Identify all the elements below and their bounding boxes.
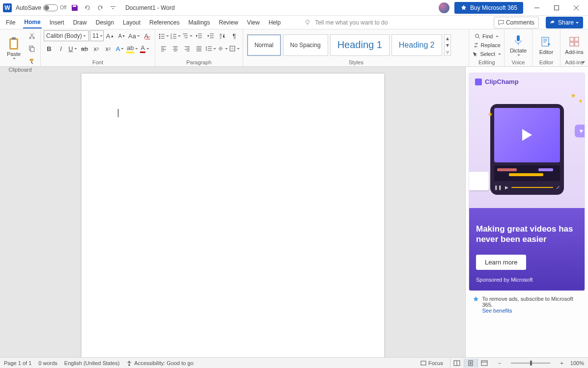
- align-left-button[interactable]: [158, 43, 169, 54]
- autosave-toggle[interactable]: AutoSave Off: [16, 4, 66, 11]
- tab-design[interactable]: Design: [95, 17, 115, 28]
- superscript-button[interactable]: x2: [103, 43, 113, 54]
- increase-indent-button[interactable]: [205, 30, 216, 41]
- tab-insert[interactable]: Insert: [49, 17, 65, 28]
- replace-icon: [473, 42, 479, 48]
- subscript-button[interactable]: x2: [91, 43, 102, 54]
- word-app-icon: W: [3, 3, 12, 12]
- highlight-button[interactable]: ab: [126, 43, 138, 54]
- decrease-indent-button[interactable]: [194, 30, 204, 41]
- print-layout-button[interactable]: [464, 359, 477, 368]
- addins-button[interactable]: Add-ins: [563, 31, 585, 59]
- document-canvas[interactable]: [0, 67, 465, 357]
- account-avatar[interactable]: [439, 2, 449, 13]
- tab-file[interactable]: File: [5, 17, 16, 28]
- style-heading2[interactable]: Heading 2: [392, 34, 442, 56]
- read-mode-button[interactable]: [450, 359, 464, 368]
- page[interactable]: [82, 74, 384, 357]
- customize-qat-button[interactable]: [109, 3, 117, 12]
- tab-help[interactable]: Help: [268, 17, 282, 28]
- grow-font-button[interactable]: A▲: [105, 30, 115, 41]
- numbering-button[interactable]: 123: [170, 30, 181, 41]
- comments-label: Comments: [506, 19, 534, 26]
- autosave-switch[interactable]: [43, 4, 58, 11]
- minimize-button[interactable]: [527, 1, 547, 15]
- italic-button[interactable]: I: [56, 43, 66, 54]
- styles-expand[interactable]: ▿: [445, 49, 450, 55]
- styles-scroll-up[interactable]: ▴: [445, 35, 450, 42]
- focus-mode-button[interactable]: Focus: [420, 360, 443, 366]
- undo-button[interactable]: [83, 3, 92, 12]
- tab-review[interactable]: Review: [218, 17, 239, 28]
- font-color-button[interactable]: A: [139, 43, 150, 54]
- status-page[interactable]: Page 1 of 1: [4, 360, 31, 366]
- style-heading1[interactable]: Heading 1: [330, 34, 390, 56]
- share-button[interactable]: Share: [546, 17, 583, 28]
- status-words[interactable]: 0 words: [38, 360, 57, 366]
- tab-draw[interactable]: Draw: [72, 17, 88, 28]
- justify-button[interactable]: [194, 43, 204, 54]
- replace-button[interactable]: Replace: [473, 41, 501, 50]
- font-group-label: Font: [44, 59, 152, 66]
- zoom-level[interactable]: 100%: [570, 360, 584, 366]
- format-painter-button[interactable]: [27, 56, 37, 67]
- show-marks-button[interactable]: ¶: [229, 30, 240, 41]
- align-center-button[interactable]: [170, 43, 181, 54]
- redo-button[interactable]: [96, 3, 105, 12]
- tab-view[interactable]: View: [246, 17, 261, 28]
- style-no-spacing[interactable]: No Spacing: [283, 34, 328, 56]
- svg-rect-21: [570, 37, 574, 41]
- close-button[interactable]: [566, 1, 586, 15]
- remove-ads-text: To remove ads, subscribe to Microsoft 36…: [482, 296, 573, 308]
- collapse-ribbon-button[interactable]: [580, 59, 586, 65]
- line-spacing-button[interactable]: [205, 43, 216, 54]
- see-benefits-link[interactable]: See benefits: [482, 308, 512, 314]
- tab-references[interactable]: References: [148, 17, 180, 28]
- text-effects-button[interactable]: A: [114, 43, 125, 54]
- svg-rect-19: [517, 35, 520, 41]
- select-button[interactable]: Select: [472, 50, 501, 58]
- shading-button[interactable]: [217, 43, 228, 54]
- zoom-slider[interactable]: [511, 363, 550, 364]
- editor-button[interactable]: Editor: [535, 31, 557, 59]
- svg-point-10: [159, 36, 161, 37]
- find-button[interactable]: Find: [475, 32, 499, 41]
- addins-icon: [568, 35, 581, 48]
- zoom-in-button[interactable]: +: [560, 360, 563, 366]
- font-size-combo[interactable]: 11: [90, 30, 104, 41]
- copy-button[interactable]: [27, 43, 37, 54]
- multilevel-list-button[interactable]: [182, 30, 193, 41]
- status-accessibility[interactable]: Accessibility: Good to go: [126, 360, 193, 366]
- cut-button[interactable]: [27, 30, 37, 41]
- strikethrough-button[interactable]: ab: [79, 43, 90, 54]
- font-name-combo[interactable]: Calibri (Body): [44, 30, 89, 41]
- ad-header: ClipChamp: [469, 73, 585, 90]
- borders-button[interactable]: [229, 43, 240, 54]
- underline-button[interactable]: U: [67, 43, 78, 54]
- ad-illustration: ❚❚▶⤢ ♥: [469, 90, 585, 208]
- paste-button[interactable]: Paste: [3, 34, 25, 63]
- status-language[interactable]: English (United States): [64, 360, 120, 366]
- sort-button[interactable]: AZ: [217, 30, 228, 41]
- tell-me-search[interactable]: Tell me what you want to do: [304, 19, 388, 26]
- bold-button[interactable]: B: [44, 43, 55, 54]
- save-button[interactable]: [70, 3, 79, 12]
- bullets-button[interactable]: [158, 30, 169, 41]
- tab-mailings[interactable]: Mailings: [187, 17, 211, 28]
- styles-scroll-down[interactable]: ▾: [445, 42, 450, 49]
- tab-home[interactable]: Home: [23, 17, 41, 28]
- change-case-button[interactable]: Aa: [128, 30, 140, 41]
- dictate-button[interactable]: Dictate: [507, 31, 529, 59]
- align-right-button[interactable]: [182, 43, 193, 54]
- web-layout-button[interactable]: [477, 359, 491, 368]
- buy-microsoft365-button[interactable]: Buy Microsoft 365: [454, 2, 523, 14]
- maximize-button[interactable]: [547, 1, 566, 15]
- tab-layout[interactable]: Layout: [122, 17, 141, 28]
- comments-button[interactable]: Comments: [494, 17, 539, 28]
- shrink-font-button[interactable]: A▼: [116, 30, 127, 41]
- zoom-out-button[interactable]: −: [498, 360, 501, 366]
- style-normal[interactable]: Normal: [247, 34, 281, 56]
- learn-more-button[interactable]: Learn more: [476, 255, 526, 270]
- title-bar: W AutoSave Off Document1 - Word Buy Micr…: [0, 0, 588, 16]
- clear-formatting-button[interactable]: A⌫: [141, 30, 152, 41]
